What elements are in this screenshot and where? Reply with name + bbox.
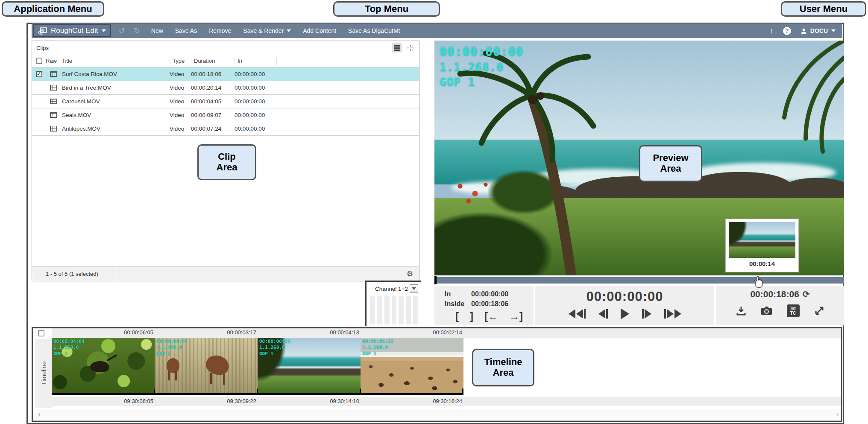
clip-duration-timecode: 00:00:18:06	[750, 289, 799, 299]
timeline-track-label: Timeline	[40, 361, 47, 385]
timeline-duration-ruler: 00:00:06:05 00:00:03:17 00:00:04:13 00:0…	[52, 328, 841, 338]
clips-table-header: Raw Title Type Duration In	[32, 55, 419, 67]
column-duration: Duration	[191, 57, 235, 65]
clip-title: Antilopes.MOV	[61, 126, 170, 132]
column-type: Type	[170, 57, 191, 65]
save-digacutmt-button[interactable]: Save As DigaCutMt	[348, 27, 400, 34]
table-row[interactable]: Bird in a Tree.MOV Video 00:00:20:14 00:…	[32, 81, 419, 95]
scrub-thumbnail: 00:00:14	[725, 219, 799, 272]
add-content-button[interactable]: Add Content	[303, 27, 336, 34]
audio-level-meters	[370, 296, 418, 325]
help-icon[interactable]: ?	[783, 27, 791, 35]
undo-icon[interactable]: ↺	[119, 26, 125, 35]
jump-start-button[interactable]	[569, 309, 586, 319]
inside-value: 00:00:18:06	[471, 299, 534, 309]
preview-area: 00:00:00:00 1.1.268.0 GOP 1 Preview Area…	[434, 41, 844, 325]
upload-icon[interactable]: ↑	[770, 26, 774, 35]
jump-end-button[interactable]	[664, 309, 681, 319]
timeline-clip[interactable]: 00:00:00:21 1.1.268.0 GOP 1	[258, 338, 361, 393]
timeline-checkbox[interactable]	[38, 330, 44, 336]
timeline-start-times: 09:30:06:05 09:30:09:22 09:30:14:10 09:3…	[52, 397, 841, 406]
clips-panel-title: Clips	[36, 45, 49, 51]
step-back-button[interactable]	[598, 309, 608, 319]
timeline-clip[interactable]: 00:00:04:07 1.1.268.0 GOP 1	[155, 338, 258, 393]
user-name: DOCU	[810, 27, 828, 34]
thumbnail-timecode: 00:00:14	[729, 260, 795, 267]
select-all-checkbox[interactable]	[36, 58, 42, 64]
video-viewport: 00:00:00:00 1.1.268.0 GOP 1 Preview Area…	[434, 41, 844, 275]
row-checkbox[interactable]: ✓	[36, 71, 42, 77]
grid-view-icon[interactable]	[405, 43, 415, 53]
clip-title: Surf Costa Rica.MOV	[61, 71, 170, 77]
clip-title: Carousel.MOV	[61, 98, 170, 105]
user-menu-button[interactable]: DOCU	[801, 27, 836, 34]
user-icon	[801, 28, 807, 34]
table-row[interactable]: Carousel.MOV Video 00:00:04:05 00:00:00:…	[32, 95, 419, 108]
current-timecode: 00:00:00:00	[535, 289, 714, 304]
callout-clip-area: Clip Area	[197, 144, 256, 180]
step-forward-button[interactable]	[642, 309, 651, 319]
save-as-button[interactable]: Save As	[175, 27, 197, 34]
goto-out-button[interactable]: →]	[509, 310, 523, 322]
clip-table-icon	[50, 112, 57, 118]
callout-top-menu: Top Menu	[333, 1, 440, 17]
chevron-down-icon	[287, 29, 291, 32]
settings-gear-icon[interactable]: ⚙	[407, 269, 413, 278]
timeline-clip[interactable]: 00:00:05:23 1.1.268.0 GOP 1	[361, 338, 463, 393]
row-count-status: 1 - 5 of 5 (1 selected)	[46, 271, 98, 277]
goto-in-button[interactable]: [←	[484, 310, 498, 322]
mouse-cursor	[754, 275, 764, 288]
clip-table-icon	[50, 126, 57, 132]
screen: Application Menu Top Menu User Menu Roug…	[0, 0, 868, 424]
column-raw: Raw	[46, 58, 61, 64]
clip-title: Bird in a Tree.MOV	[61, 85, 170, 91]
list-view-icon[interactable]	[392, 43, 402, 53]
table-row[interactable]: Seals.MOV Video 00:00:09:07 00:00:00:00	[32, 108, 419, 122]
transport-controls: 00:00:00:00	[535, 286, 714, 325]
chevron-down-icon	[831, 29, 836, 32]
download-icon[interactable]	[736, 306, 746, 316]
inside-label: Inside	[445, 299, 471, 309]
scroll-right-icon[interactable]: ›	[836, 410, 839, 418]
mark-in-button[interactable]: [	[455, 310, 459, 322]
clip-title: Seals.MOV	[61, 112, 170, 118]
chevron-down-icon	[102, 29, 106, 32]
clip-table-icon	[50, 99, 57, 104]
clip-table-icon	[50, 85, 57, 91]
save-render-button[interactable]: Save & Render	[243, 27, 291, 34]
callout-application-menu: Application Menu	[2, 1, 104, 17]
timeline-clip[interactable]: 00:00:04:04 1.1.268.0 GOP 1	[52, 338, 155, 393]
timeline-panel: 00:00:06:05 00:00:03:17 00:00:04:13 00:0…	[32, 327, 842, 422]
scroll-left-icon[interactable]: ‹	[38, 410, 40, 418]
inout-controls: In 00:00:00:00 Inside 00:00:18:06 [ ] [←…	[434, 286, 534, 325]
internal-timecode-button[interactable]: Int TC	[787, 304, 800, 317]
new-button[interactable]: New	[151, 27, 163, 34]
fullscreen-icon[interactable]	[814, 306, 824, 316]
app-selector-button[interactable]: RoughCut Edit	[33, 24, 111, 37]
column-in: In	[235, 57, 276, 65]
timeline-track-header: Timeline	[35, 339, 52, 408]
seek-bar[interactable]	[434, 277, 844, 284]
remove-button[interactable]: Remove	[209, 27, 231, 34]
callout-preview-area: Preview Area	[639, 145, 702, 182]
redo-icon[interactable]: ↻	[134, 26, 140, 35]
callout-user-menu: User Menu	[781, 1, 866, 17]
loop-icon[interactable]: ⟳	[803, 289, 810, 299]
column-title: Title	[61, 58, 170, 64]
play-button[interactable]	[621, 308, 629, 319]
palm-fronds-right	[703, 41, 844, 169]
video-timecode-overlay: 00:00:00:00 1.1.268.0 GOP 1	[440, 44, 523, 90]
clip-table-icon	[50, 71, 57, 77]
playhead-marker[interactable]	[434, 276, 437, 284]
clips-status-bar: 1 - 5 of 5 (1 selected) ⚙	[32, 266, 419, 281]
in-label: In	[445, 289, 471, 299]
snapshot-camera-icon[interactable]	[761, 306, 772, 316]
table-row[interactable]: ✓ Surf Costa Rica.MOV Video 00:00:18:06 …	[32, 67, 419, 81]
roughcut-logo-icon	[38, 27, 47, 35]
in-value: 00:00:00:00	[471, 289, 534, 299]
clip-duration-controls: 00:00:18:06 ⟳ Int TC	[716, 286, 844, 325]
timeline-scrollbar[interactable]: ‹ ›	[35, 409, 841, 419]
mark-out-button[interactable]: ]	[470, 310, 473, 322]
channel-select[interactable]	[410, 284, 418, 293]
table-row[interactable]: Antilopes.MOV Video 00:00:07:24 00:00:00…	[32, 122, 419, 136]
